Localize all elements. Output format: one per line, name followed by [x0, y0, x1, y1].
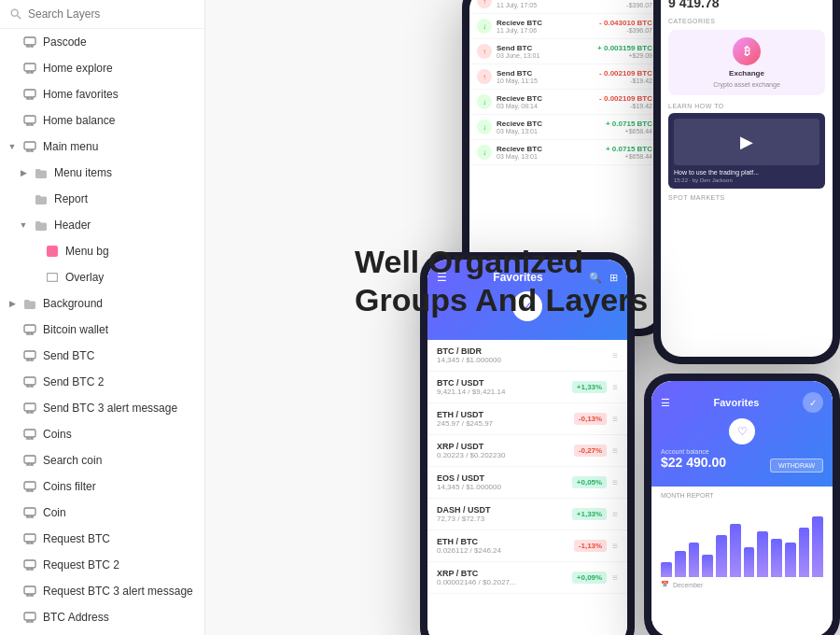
transaction-item: ↓ Recieve BTC 03 May, 13:01 + 0.0715 BTC… [469, 140, 660, 165]
layer-item-bitcoin-wallet[interactable]: Bitcoin wallet [0, 317, 204, 343]
coin-menu-icon: ≡ [612, 414, 618, 424]
layer-item-report[interactable]: Report [0, 186, 204, 212]
trans-btc-amount: + 0.0715 BTC [606, 145, 652, 153]
layer-label-text: Main menu [43, 140, 197, 153]
december-label: 📅 December [651, 577, 833, 592]
video-thumbnail: ▶ [674, 119, 819, 165]
search-layers-input[interactable] [28, 7, 195, 21]
coin-name-section: BTC / USDT 9,421.14 / $9,421.14 [437, 378, 572, 396]
layers-list: PascodeHome exploreHome favoritesHome ba… [0, 29, 204, 630]
layer-item-btc-address[interactable]: BTC Address [0, 604, 204, 630]
coin-item[interactable]: XRP / BTC 0.00002146 / $0.2027... +0,09%… [427, 562, 627, 594]
folder-icon [34, 218, 49, 233]
btc-screen: BTC / USDT 9 419.78 CATEGORIES ₿ Exchang… [661, 0, 833, 357]
search-bar[interactable] [0, 0, 204, 29]
transaction-item: ↑ Send BTC 03 June, 13:01 + 0.003159 BTC… [469, 39, 660, 64]
layer-item-send-btc-3[interactable]: Send BTC 3 alert message [0, 395, 204, 421]
layer-item-home-explore[interactable]: Home explore [0, 55, 204, 81]
layer-item-request-btc-2[interactable]: Request BTC 2 [0, 552, 204, 578]
monitor-icon [22, 61, 37, 76]
layer-label-text: Send BTC 2 [43, 375, 197, 388]
coin-item[interactable]: XRP / USDT 0.20223 / $0.202230 -0,27% ≡ [427, 435, 627, 467]
trans-date: 03 May, 13:01 [497, 128, 601, 134]
coin-name-section: ETH / BTC 0.026112 / $246.24 [437, 537, 574, 555]
coin-item[interactable]: ETH / BTC 0.026112 / $246.24 -1,13% ≡ [427, 530, 627, 562]
video-author: by Den Jackson [693, 177, 733, 183]
balance-heart-button[interactable]: ♡ [729, 418, 755, 444]
trans-title: Send BTC [497, 69, 595, 78]
svg-rect-6 [24, 64, 35, 71]
phone-screen-4: ☰ Favorites ✓ ♡ Account balance $22 490.… [651, 381, 833, 635]
layer-item-header[interactable]: Header [0, 212, 204, 238]
layer-item-main-menu[interactable]: Main menu [0, 134, 204, 160]
layer-item-overlay[interactable]: Overlay [0, 264, 204, 290]
layer-item-request-btc-3[interactable]: Request BTC 3 alert message [0, 578, 204, 604]
layer-item-pascode[interactable]: Pascode [0, 29, 204, 55]
chart-bar [757, 531, 768, 577]
account-balance-label: Account balance [661, 448, 823, 455]
svg-rect-64 [24, 586, 35, 594]
layer-item-menu-items[interactable]: Menu items [0, 160, 204, 186]
layer-item-menu-bg[interactable]: Menu bg [0, 238, 204, 264]
spot-markets-label: SPOT MARKETS [668, 194, 825, 201]
chart-bar [675, 551, 686, 577]
coin-pair: XRP / USDT [437, 442, 574, 451]
trans-arrow-icon: ↑ [477, 44, 492, 59]
coin-pair: BTC / USDT [437, 378, 572, 388]
coin-change-badge: +0,09% [572, 572, 607, 584]
svg-rect-40 [24, 430, 35, 437]
trans-amount: + 0.003159 BTC +$29.09 [597, 44, 652, 59]
coin-name-section: XRP / USDT 0.20223 / $0.202230 [437, 442, 574, 459]
chart-bar [771, 539, 782, 577]
transaction-item: ↓ Recieve BTC 03 May, 08:14 - 0.002109 B… [469, 90, 660, 115]
coin-menu-icon: ≡ [612, 477, 618, 487]
headline-block: Well Organized Groups And Layers [355, 243, 648, 319]
layer-item-send-btc[interactable]: Send BTC [0, 343, 204, 369]
coin-item[interactable]: BTC / USDT 9,421.14 / $9,421.14 +1,33% ≡ [427, 372, 627, 403]
trans-usd-amount: -$19.42 [599, 103, 652, 109]
coin-item[interactable]: BTC / BIDR 14,345 / $1.000000 ≡ [427, 340, 627, 372]
coin-item[interactable]: EOS / USDT 14,345 / $1.000000 +0,05% ≡ [427, 467, 627, 499]
coin-name-section: ETH / USDT 245.97 / $245.97 [437, 410, 574, 428]
monitor-icon [22, 374, 37, 389]
coin-change-badge: -0,13% [574, 413, 607, 425]
layer-label-text: Home explore [43, 62, 197, 75]
layer-item-coins-filter[interactable]: Coins filter [0, 473, 204, 500]
balance-header-top: ☰ Favorites ✓ [661, 392, 823, 413]
headline-line1: Well Organized [355, 244, 583, 279]
layer-label-text: BTC Address [43, 611, 197, 624]
trans-date: 11 July, 17:05 [497, 2, 595, 8]
coin-price: 0.00002146 / $0.2027... [437, 578, 572, 586]
svg-rect-52 [24, 508, 35, 515]
layer-item-home-favorites[interactable]: Home favorites [0, 81, 204, 107]
trans-info: Recieve BTC 03 May, 13:01 [497, 120, 601, 134]
folder-icon [22, 296, 37, 311]
svg-rect-10 [24, 90, 35, 97]
withdraw-button[interactable]: WITHDRAW [770, 459, 823, 473]
layer-item-coins[interactable]: Coins [0, 421, 204, 447]
coin-item[interactable]: ETH / USDT 245.97 / $245.97 -0,13% ≡ [427, 403, 627, 435]
coin-item[interactable]: DASH / USDT 72,73 / $72.73 +1,33% ≡ [427, 499, 627, 530]
trans-info: Recieve BTC 03 May, 08:14 [497, 94, 595, 109]
coin-pair: XRP / BTC [437, 569, 572, 578]
layer-item-search-coin[interactable]: Search coin [0, 447, 204, 473]
chevron-icon [19, 220, 28, 230]
layer-item-background[interactable]: Background [0, 290, 204, 317]
coin-menu-icon: ≡ [612, 509, 618, 519]
monitor-icon [22, 531, 37, 546]
monitor-icon [22, 139, 37, 154]
layer-label-text: Send BTC [43, 349, 197, 362]
layer-item-coin[interactable]: Coin [0, 500, 204, 526]
svg-rect-18 [24, 142, 35, 149]
layer-label-text: Menu items [54, 166, 197, 179]
svg-rect-44 [24, 456, 35, 463]
trans-arrow-icon: ↑ [477, 0, 492, 8]
trans-amount: - 0.043010 BTC -$396.07 [599, 19, 652, 34]
layer-item-request-btc[interactable]: Request BTC [0, 526, 204, 552]
transaction-item: ↓ Recieve BTC 03 May, 13:01 + 0.0715 BTC… [469, 115, 660, 140]
layer-item-home-balance[interactable]: Home balance [0, 107, 204, 134]
svg-point-0 [11, 9, 18, 16]
trans-date: 03 May, 08:14 [497, 103, 595, 109]
layer-item-send-btc-2[interactable]: Send BTC 2 [0, 369, 204, 395]
month-report-label: MONTH REPORT [651, 487, 833, 502]
